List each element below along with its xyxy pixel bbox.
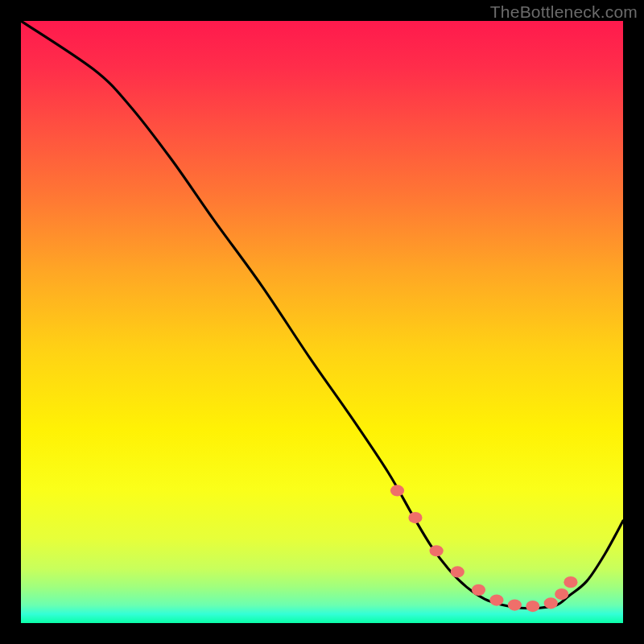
svg-point-3 — [451, 566, 464, 577]
marker-dots — [21, 21, 623, 623]
svg-point-7 — [526, 601, 539, 612]
svg-point-5 — [489, 594, 503, 605]
svg-point-8 — [544, 597, 558, 609]
chart-container: TheBottleneck.com — [0, 0, 644, 644]
plot-area — [21, 21, 623, 623]
svg-point-9 — [555, 588, 568, 600]
svg-point-10 — [564, 576, 577, 588]
attribution-text: TheBottleneck.com — [490, 2, 638, 22]
svg-point-4 — [472, 584, 485, 596]
svg-point-6 — [508, 599, 522, 610]
svg-point-0 — [390, 485, 404, 496]
svg-point-1 — [408, 512, 422, 523]
svg-point-2 — [430, 545, 444, 556]
